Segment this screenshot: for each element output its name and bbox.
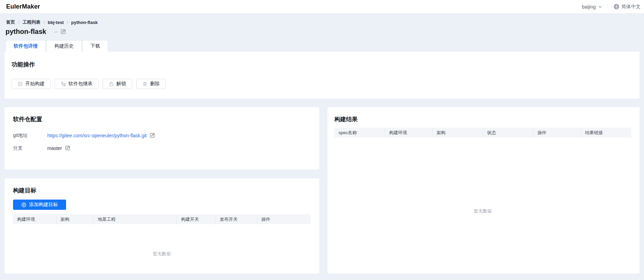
col-result-link: 结果链接: [581, 128, 631, 138]
branch-value: master: [47, 145, 62, 151]
breadcrumb: 首页 / 工程列表 / bbj-test / python-flask: [6, 19, 640, 25]
build-results-table: spec名称 构建环境 架构 状态 操作 结果链接: [334, 128, 631, 138]
git-url-row: git地址 https://gitee.com/src-openeuler/py…: [13, 129, 311, 142]
col-operation: 操作: [533, 128, 581, 138]
globe-icon: [614, 4, 619, 10]
col-arch: 架构: [56, 214, 94, 224]
edit-git-url-icon[interactable]: [150, 133, 155, 138]
branch-label: 分支: [13, 145, 47, 151]
edit-description-icon[interactable]: [61, 29, 66, 34]
breadcrumb-home[interactable]: 首页: [6, 19, 15, 25]
unlock-label: 解锁: [116, 81, 126, 87]
actions-panel: 功能操作 开始构建 软件包继承 解锁: [4, 52, 640, 99]
col-status: 状态: [483, 128, 533, 138]
unlock-icon: [109, 81, 114, 86]
col-base-project: 地基工程: [94, 214, 177, 224]
build-results-title: 构建结果: [334, 115, 631, 123]
build-results-card: 构建结果 spec名称 构建环境 架构 状态 操作 结果链接 暂无数据: [327, 107, 640, 273]
tab-build-history[interactable]: 构建历史: [47, 41, 81, 52]
breadcrumb-package[interactable]: python-flask: [71, 20, 98, 25]
breadcrumb-project[interactable]: bbj-test: [48, 20, 64, 25]
tab-bar: 软件包详情 构建历史 下载: [6, 41, 640, 52]
circle-plus-icon: [21, 202, 26, 207]
col-build-env: 构建环境: [385, 128, 432, 138]
page-title: python-flask: [5, 28, 46, 36]
build-targets-header-row: 构建环境 架构 地基工程 构建开关 发布开关 操作: [13, 214, 311, 224]
breadcrumb-project-list[interactable]: 工程列表: [23, 19, 40, 25]
package-inherit-button[interactable]: 软件包继承: [55, 79, 99, 89]
edit-branch-icon[interactable]: [65, 145, 70, 151]
breadcrumb-separator: /: [44, 20, 45, 25]
repo-config-title: 软件仓配置: [13, 115, 311, 123]
build-targets-card: 构建目标 添加构建目标 构建环境 架构 地基工程 构建开关 发布开关: [4, 178, 319, 273]
language-switcher[interactable]: 简体中文: [614, 4, 641, 10]
top-bar: EulerMaker baijing 简体中文: [0, 0, 644, 14]
package-inherit-icon: [61, 81, 66, 86]
delete-label: 删除: [150, 81, 160, 87]
col-arch: 架构: [432, 128, 483, 138]
page-subtitle: --: [54, 29, 58, 34]
add-build-target-label: 添加构建目标: [29, 202, 58, 208]
chevron-down-icon: [598, 5, 602, 9]
unlock-button[interactable]: 解锁: [103, 79, 132, 89]
language-label: 简体中文: [621, 4, 641, 10]
build-results-empty-state: 暂无数据: [334, 138, 631, 273]
branch-row: 分支 master: [13, 142, 311, 154]
app-logo[interactable]: EulerMaker: [6, 3, 40, 10]
git-url-label: git地址: [13, 132, 47, 139]
title-row: python-flask --: [5, 28, 640, 36]
tab-download[interactable]: 下载: [83, 41, 108, 52]
start-build-button[interactable]: 开始构建: [12, 79, 51, 89]
build-targets-title: 构建目标: [13, 187, 311, 194]
action-buttons: 开始构建 软件包继承 解锁 删除: [12, 79, 631, 89]
delete-button[interactable]: 删除: [136, 79, 166, 89]
start-build-icon: [18, 81, 23, 86]
package-inherit-label: 软件包继承: [69, 81, 92, 87]
col-build-switch: 构建开关: [177, 214, 215, 224]
breadcrumb-separator: /: [18, 20, 20, 25]
col-publish-switch: 发布开关: [215, 214, 257, 224]
divider: [608, 4, 608, 10]
build-results-header-row: spec名称 构建环境 架构 状态 操作 结果链接: [334, 128, 631, 138]
delete-icon: [143, 81, 147, 86]
git-url-link[interactable]: https://gitee.com/src-openeuler/python-f…: [47, 133, 147, 138]
build-targets-empty-state: 暂无数据: [13, 224, 311, 273]
breadcrumb-separator: /: [67, 20, 68, 25]
add-build-target-button[interactable]: 添加构建目标: [13, 200, 66, 210]
col-build-env: 构建环境: [13, 214, 56, 224]
col-spec-name: spec名称: [334, 128, 385, 138]
tab-package-detail[interactable]: 软件包详情: [6, 41, 45, 52]
col-operation: 操作: [257, 214, 311, 224]
repo-config-card: 软件仓配置 git地址 https://gitee.com/src-openeu…: [4, 107, 319, 169]
user-menu[interactable]: baijing: [582, 4, 602, 10]
build-targets-table: 构建环境 架构 地基工程 构建开关 发布开关 操作: [13, 214, 311, 224]
main-content: 首页 / 工程列表 / bbj-test / python-flask pyth…: [0, 19, 644, 273]
start-build-label: 开始构建: [25, 81, 45, 87]
actions-title: 功能操作: [12, 61, 631, 68]
username: baijing: [582, 4, 596, 10]
